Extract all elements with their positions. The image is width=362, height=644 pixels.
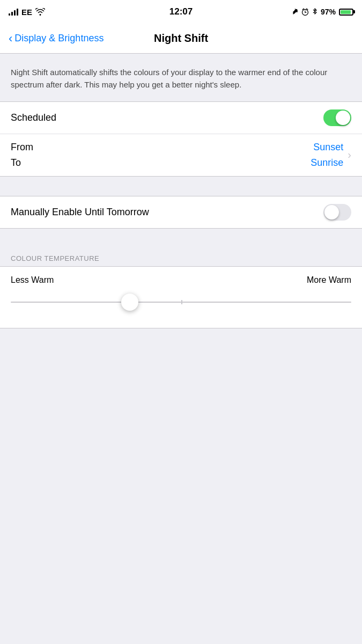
- carrier-label: EE: [21, 8, 32, 17]
- status-time: 12:07: [169, 6, 193, 17]
- to-label: To: [11, 155, 33, 171]
- slider-tick-center: [181, 300, 182, 304]
- to-value: Sunrise: [311, 155, 343, 171]
- colour-temp-section: Less Warm More Warm: [0, 266, 362, 328]
- from-value: Sunset: [313, 140, 343, 155]
- location-icon: ↗: [292, 8, 298, 16]
- slider-labels: Less Warm More Warm: [11, 275, 351, 285]
- schedule-labels: From To: [11, 134, 33, 176]
- manual-row: Manually Enable Until Tomorrow: [0, 196, 362, 228]
- chevron-left-icon: ‹: [9, 33, 12, 45]
- battery-percent: 97%: [321, 8, 336, 16]
- back-button[interactable]: ‹ Display & Brightness: [9, 33, 104, 45]
- status-left: EE: [9, 8, 45, 17]
- bottom-area: [0, 328, 362, 511]
- scheduled-row: Scheduled: [0, 102, 362, 134]
- alarm-icon: [301, 8, 309, 16]
- schedule-row[interactable]: From To Sunset Sunrise ›: [0, 134, 362, 176]
- less-warm-label: Less Warm: [11, 275, 54, 285]
- scheduled-label: Scheduled: [11, 112, 56, 123]
- schedule-values: Sunset Sunrise: [311, 134, 343, 176]
- wifi-icon: [35, 8, 45, 16]
- from-label: From: [11, 140, 33, 155]
- signal-bars: [9, 8, 18, 16]
- manual-toggle-thumb: [324, 205, 339, 219]
- svg-text:↗: ↗: [292, 8, 298, 16]
- more-warm-label: More Warm: [307, 275, 351, 285]
- slider-container[interactable]: [11, 291, 351, 313]
- page-title: Night Shift: [154, 32, 208, 45]
- section-gap-1: [0, 177, 362, 196]
- manual-card: Manually Enable Until Tomorrow: [0, 196, 362, 229]
- status-bar: EE 12:07 ↗ 97%: [0, 0, 362, 24]
- back-label: Display & Brightness: [14, 33, 104, 44]
- slider-track: [11, 302, 351, 303]
- toggle-thumb: [336, 111, 350, 125]
- section-header-text: COLOUR TEMPERATURE: [11, 254, 99, 262]
- description-section: Night Shift automatically shifts the col…: [0, 54, 362, 101]
- scheduled-card: Scheduled From To Sunset Sunrise ›: [0, 101, 362, 177]
- slider-thumb[interactable]: [121, 294, 138, 311]
- manual-label: Manually Enable Until Tomorrow: [11, 207, 149, 218]
- status-right: ↗ 97%: [292, 8, 353, 16]
- nav-bar: ‹ Display & Brightness Night Shift: [0, 24, 362, 54]
- battery-indicator: [339, 9, 353, 16]
- bluetooth-icon: [312, 8, 317, 16]
- scheduled-toggle[interactable]: [323, 109, 351, 126]
- colour-temp-header: COLOUR TEMPERATURE: [0, 248, 362, 266]
- section-gap-2: [0, 229, 362, 248]
- manual-toggle[interactable]: [323, 204, 351, 221]
- chevron-right-icon: ›: [348, 149, 351, 161]
- description-text: Night Shift automatically shifts the col…: [11, 67, 351, 91]
